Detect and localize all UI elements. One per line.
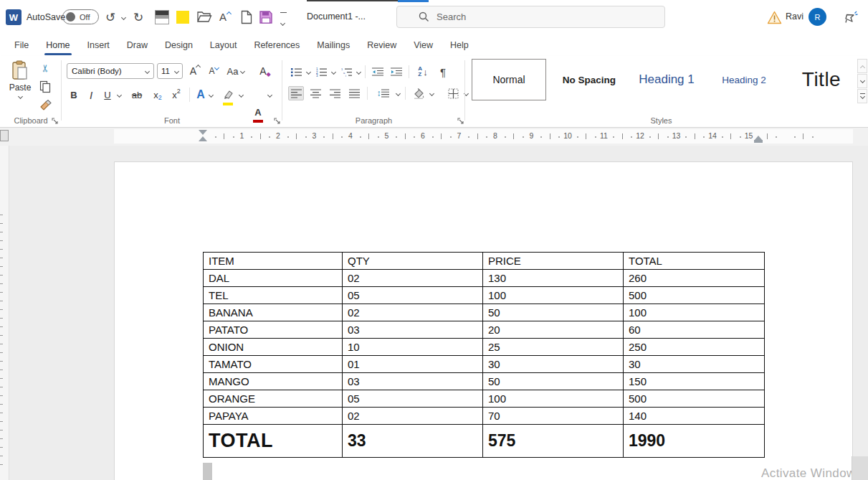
font-color-dropdown-icon[interactable] xyxy=(267,93,272,98)
warning-icon[interactable] xyxy=(767,11,782,24)
open-folder-icon[interactable] xyxy=(197,10,212,24)
underline-dropdown-icon[interactable] xyxy=(117,93,122,98)
font-dialog-launcher-icon[interactable] xyxy=(274,118,280,124)
table-cell[interactable]: 01 xyxy=(343,356,483,373)
tab-insert[interactable]: Insert xyxy=(79,35,118,55)
bold-button[interactable]: B xyxy=(67,86,80,103)
font-dialog-icon[interactable]: A xyxy=(219,11,230,23)
clipboard-dialog-launcher-icon[interactable] xyxy=(52,118,58,124)
paste-dropdown-icon[interactable] xyxy=(17,94,22,99)
table-cell[interactable]: PRICE xyxy=(483,253,624,270)
align-left-button[interactable] xyxy=(288,86,304,100)
table-cell[interactable]: 100 xyxy=(483,287,624,304)
table-cell[interactable]: TOTAL xyxy=(204,425,343,458)
table-cell[interactable]: 250 xyxy=(624,339,765,356)
bullets-button[interactable] xyxy=(288,65,304,79)
table-cell[interactable]: 140 xyxy=(624,408,765,425)
table-cell[interactable]: 50 xyxy=(483,304,624,321)
table-cell[interactable]: PATATO xyxy=(204,321,343,339)
italic-button[interactable]: I xyxy=(86,86,96,103)
style-heading-1[interactable]: Heading 1 xyxy=(629,59,704,100)
bullets-dropdown-icon[interactable] xyxy=(306,69,311,74)
style-normal[interactable]: Normal xyxy=(472,59,546,100)
table-cell[interactable]: 03 xyxy=(343,321,483,339)
table-cell[interactable]: 02 xyxy=(343,270,483,287)
feedback-megaphone-icon[interactable] xyxy=(844,10,859,24)
table-cell[interactable]: QTY xyxy=(343,253,483,270)
table-cell[interactable]: 260 xyxy=(624,270,765,287)
format-painter-button[interactable] xyxy=(37,99,53,112)
autosave-toggle[interactable]: Off xyxy=(62,9,99,24)
styles-scroll-up-button[interactable] xyxy=(857,59,867,73)
horizontal-ruler[interactable]: 123456789101112131415 xyxy=(0,128,868,146)
table-cell[interactable]: BANANA xyxy=(204,304,343,321)
tab-view[interactable]: View xyxy=(405,35,442,55)
hanging-indent-marker[interactable] xyxy=(199,136,207,141)
font-name-select[interactable]: Calibri (Body) xyxy=(67,63,154,79)
tab-references[interactable]: References xyxy=(245,35,308,55)
right-indent-marker-base[interactable] xyxy=(754,140,763,143)
table-cell[interactable]: ORANGE xyxy=(204,390,343,408)
customize-qat-icon[interactable] xyxy=(280,12,287,28)
table-cell[interactable]: MANGO xyxy=(204,373,343,390)
table-cell[interactable]: 575 xyxy=(483,425,624,458)
highlight-button[interactable] xyxy=(221,86,237,103)
shading-button[interactable] xyxy=(411,86,426,100)
table-cell[interactable]: 30 xyxy=(624,356,765,373)
style-title[interactable]: Title xyxy=(784,59,859,100)
avatar[interactable]: R xyxy=(809,8,826,26)
tab-layout[interactable]: Layout xyxy=(201,35,246,55)
table-cell[interactable]: ONION xyxy=(204,339,343,356)
scrollbar-corner[interactable] xyxy=(852,456,868,480)
table-cell[interactable]: 100 xyxy=(624,304,765,321)
table-cell[interactable]: DAL xyxy=(204,270,343,287)
document-canvas[interactable]: ITEMQTYPRICETOTALDAL02130260TEL05100500B… xyxy=(0,146,868,480)
style-no-spacing[interactable]: No Spacing xyxy=(552,59,626,100)
underline-button[interactable]: U xyxy=(102,86,113,103)
table-cell[interactable]: 25 xyxy=(483,339,624,356)
table-cell[interactable]: 10 xyxy=(343,339,483,356)
tab-review[interactable]: Review xyxy=(358,35,405,55)
document-page[interactable]: ITEMQTYPRICETOTALDAL02130260TEL05100500B… xyxy=(114,161,853,480)
multilevel-list-button[interactable]: 1ai xyxy=(338,65,354,79)
shading-swatch-icon[interactable] xyxy=(155,10,169,24)
change-case-button[interactable]: Aa xyxy=(225,63,247,79)
table-cell[interactable]: 03 xyxy=(343,373,483,390)
text-effects-dropdown-icon[interactable] xyxy=(209,93,214,98)
table-cell[interactable]: 05 xyxy=(343,390,483,408)
copy-button[interactable] xyxy=(37,80,53,93)
tab-help[interactable]: Help xyxy=(442,35,477,55)
subscript-button[interactable]: x2 xyxy=(151,86,165,103)
table-cell[interactable]: 02 xyxy=(343,408,483,425)
table-cell[interactable]: 33 xyxy=(343,425,483,458)
first-line-indent-marker[interactable] xyxy=(199,130,207,135)
align-center-button[interactable] xyxy=(307,86,323,100)
table-cell[interactable]: 60 xyxy=(624,321,765,339)
font-size-select[interactable]: 11 xyxy=(157,63,183,79)
borders-button[interactable] xyxy=(445,86,461,100)
styles-scroll-down-button[interactable] xyxy=(857,74,867,88)
table-cell[interactable]: 150 xyxy=(624,373,765,390)
paragraph-dialog-launcher-icon[interactable] xyxy=(457,118,464,124)
tab-draw[interactable]: Draw xyxy=(118,35,156,55)
document-table[interactable]: ITEMQTYPRICETOTALDAL02130260TEL05100500B… xyxy=(203,252,765,458)
word-logo-icon[interactable]: W xyxy=(6,9,22,25)
superscript-button[interactable]: x2 xyxy=(169,86,183,103)
grow-font-button[interactable]: A xyxy=(188,63,202,79)
numbering-button[interactable]: 123 xyxy=(313,65,329,79)
table-cell[interactable]: 500 xyxy=(624,287,765,304)
table-cell[interactable]: ITEM xyxy=(204,253,343,270)
line-spacing-dropdown-icon[interactable] xyxy=(396,90,401,95)
paste-button[interactable]: Paste xyxy=(4,60,36,115)
multilevel-dropdown-icon[interactable] xyxy=(356,69,361,74)
undo-button[interactable]: ↺ xyxy=(105,9,115,26)
table-cell[interactable]: 100 xyxy=(483,390,624,408)
cut-button[interactable]: ✂ xyxy=(37,62,53,75)
shrink-font-button[interactable]: A xyxy=(206,63,221,79)
table-cell[interactable]: 30 xyxy=(483,356,624,373)
numbering-dropdown-icon[interactable] xyxy=(331,69,336,74)
search-box[interactable] xyxy=(396,6,665,28)
table-cell[interactable]: 02 xyxy=(343,304,483,321)
highlight-dropdown-icon[interactable] xyxy=(239,93,244,98)
clear-formatting-button[interactable]: A◆ xyxy=(257,63,274,79)
